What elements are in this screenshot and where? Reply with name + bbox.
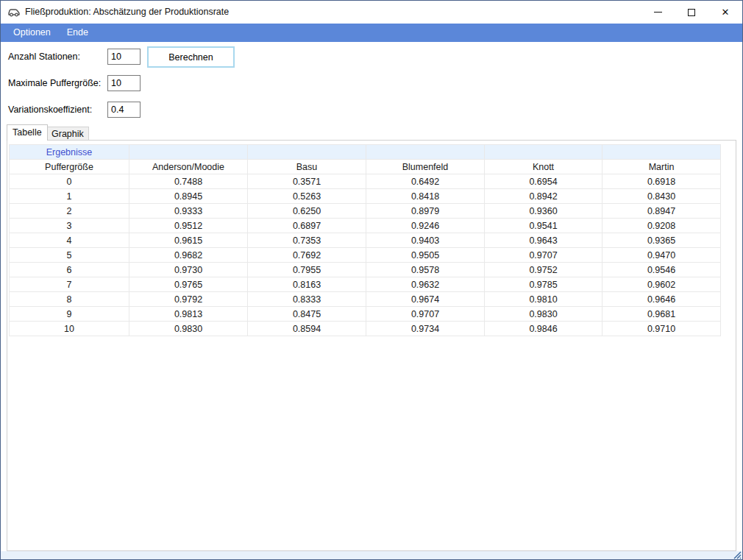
table-cell[interactable]: 0.6954 [485,174,602,189]
maximize-button[interactable] [675,1,708,24]
table-cell[interactable]: 0.9707 [366,307,485,322]
table-cell[interactable]: 0.9546 [602,263,721,277]
table-cell[interactable]: 0.9615 [129,233,248,248]
close-button[interactable]: ✕ [708,1,742,24]
table-cell[interactable]: 0.8475 [248,307,366,322]
table-cell[interactable]: 0.9830 [485,307,602,322]
table-cell[interactable]: 0.8333 [248,292,366,307]
column-header[interactable]: Martin [602,160,721,174]
table-cell[interactable]: 0.5263 [248,189,366,204]
table-cell[interactable]: 0.9602 [602,277,721,292]
table-cell[interactable]: 0.9710 [602,322,721,336]
table-cell[interactable]: 0.9208 [602,219,721,233]
table-cell[interactable]: 0.7488 [129,174,248,189]
results-group-header-filler [366,145,485,160]
table-cell[interactable]: 0.6897 [248,219,366,233]
column-header[interactable]: Knott [485,160,602,174]
table-cell[interactable]: 0.8418 [366,189,485,204]
column-header[interactable]: Puffergröße [10,160,129,174]
table-cell[interactable]: 0 [10,174,129,189]
table-cell[interactable]: 0.9246 [366,219,485,233]
table-cell[interactable]: 0.9360 [485,204,602,219]
results-group-header-cell[interactable]: Ergebnisse [10,145,129,160]
tab-tabelle[interactable]: Tabelle [7,124,48,141]
table-cell[interactable]: 7 [10,277,129,292]
table-cell[interactable]: 0.7692 [248,248,366,263]
menu-item-optionen[interactable]: Optionen [5,24,59,42]
table-cell[interactable]: 0.9643 [485,233,602,248]
table-cell[interactable]: 0.8947 [602,204,721,219]
results-group-header-filler [129,145,248,160]
table-cell[interactable]: 0.9505 [366,248,485,263]
car-icon[interactable] [7,7,21,17]
table-cell[interactable]: 0.9632 [366,277,485,292]
tab-graphik[interactable]: Graphik [46,127,89,141]
maximale-puffergroesse-input[interactable] [107,75,141,91]
table-cell[interactable]: 0.9752 [485,263,602,277]
table-cell[interactable]: 10 [10,322,129,336]
table-cell[interactable]: 5 [10,248,129,263]
table-cell[interactable]: 0.9470 [602,248,721,263]
table-cell[interactable]: 0.8163 [248,277,366,292]
table-cell[interactable]: 0.9674 [366,292,485,307]
table-cell[interactable]: 0.9707 [485,248,602,263]
table-cell[interactable]: 0.8594 [248,322,366,336]
table-row: 70.97650.81630.96320.97850.9602 [10,277,721,292]
table-cell[interactable]: 0.6250 [248,204,366,219]
table-cell[interactable]: 8 [10,292,129,307]
table-row: 100.98300.85940.97340.98460.9710 [10,322,721,336]
table-cell[interactable]: 0.9734 [366,322,485,336]
window-controls: ✕ [641,1,742,24]
table-cell[interactable]: 0.9403 [366,233,485,248]
table-cell[interactable]: 0.6918 [602,174,721,189]
table-cell[interactable]: 0.9681 [602,307,721,322]
table-cell[interactable]: 4 [10,233,129,248]
column-header[interactable]: Basu [248,160,366,174]
label-maximale-puffergroesse: Maximale Puffergröße: [8,77,101,89]
table-cell[interactable]: 0.9541 [485,219,602,233]
anzahl-stationen-input[interactable] [107,49,141,65]
table-cell[interactable]: 2 [10,204,129,219]
table-cell[interactable]: 0.9813 [129,307,248,322]
table-cell[interactable]: 0.9730 [129,263,248,277]
table-row: 30.95120.68970.92460.95410.9208 [10,219,721,233]
table-cell[interactable]: 0.8945 [129,189,248,204]
table-cell[interactable]: 0.9765 [129,277,248,292]
menu-item-ende[interactable]: Ende [59,24,96,42]
table-cell[interactable]: 0.8942 [485,189,602,204]
maximize-icon [688,9,695,16]
table-cell[interactable]: 0.3571 [248,174,366,189]
berechnen-button[interactable]: Berechnen [147,46,235,68]
table-cell[interactable]: 0.9365 [602,233,721,248]
table-cell[interactable]: 0.8979 [366,204,485,219]
window-title: Fließproduktion: Abschätzung der Produkt… [25,7,229,17]
table-row: 50.96820.76920.95050.97070.9470 [10,248,721,263]
table-cell[interactable]: 0.9333 [129,204,248,219]
table-row: 10.89450.52630.84180.89420.8430 [10,189,721,204]
table-cell[interactable]: 0.7955 [248,263,366,277]
table-cell[interactable]: 1 [10,189,129,204]
results-table: ErgebnissePuffergrößeAnderson/MoodieBasu… [9,144,721,336]
table-cell[interactable]: 0.9792 [129,292,248,307]
table-cell[interactable]: 0.9682 [129,248,248,263]
table-cell[interactable]: 0.9578 [366,263,485,277]
table-cell[interactable]: 0.9785 [485,277,602,292]
table-cell[interactable]: 3 [10,219,129,233]
table-cell[interactable]: 0.6492 [366,174,485,189]
table-cell[interactable]: 9 [10,307,129,322]
variationskoeffizient-input[interactable] [107,102,141,118]
form-area: Anzahl Stationen: Berechnen Maximale Puf… [1,42,742,559]
table-cell[interactable]: 0.7353 [248,233,366,248]
title-bar[interactable]: Fließproduktion: Abschätzung der Produkt… [1,1,742,24]
table-row: 80.97920.83330.96740.98100.9646 [10,292,721,307]
table-cell[interactable]: 0.9512 [129,219,248,233]
column-header[interactable]: Anderson/Moodie [129,160,248,174]
table-cell[interactable]: 0.9830 [129,322,248,336]
column-header[interactable]: Blumenfeld [366,160,485,174]
table-cell[interactable]: 0.9846 [485,322,602,336]
table-cell[interactable]: 6 [10,263,129,277]
table-cell[interactable]: 0.9810 [485,292,602,307]
table-cell[interactable]: 0.9646 [602,292,721,307]
minimize-button[interactable] [641,1,675,24]
table-cell[interactable]: 0.8430 [602,189,721,204]
